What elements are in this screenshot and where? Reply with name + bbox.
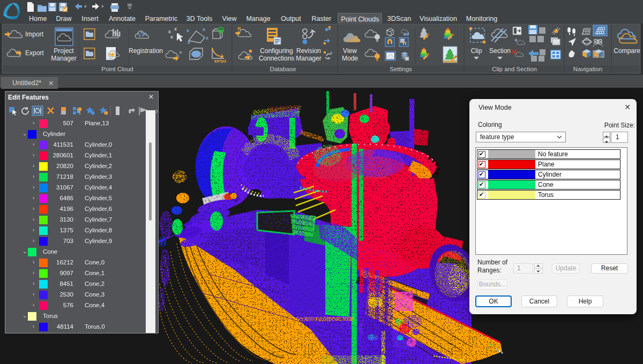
svg-text:Navigation: Navigation xyxy=(573,66,602,72)
svg-text:Database: Database xyxy=(270,66,296,72)
svg-text:Export: Export xyxy=(25,49,44,57)
svg-text:x: x xyxy=(203,27,205,32)
svg-text:x: x xyxy=(186,28,189,33)
svg-text:x: x xyxy=(180,50,182,55)
svg-text:Project: Project xyxy=(54,47,74,55)
svg-text:Mode: Mode xyxy=(342,55,358,62)
svg-text:View: View xyxy=(343,47,357,55)
svg-text:x: x xyxy=(174,26,177,32)
svg-text:x: x xyxy=(188,40,190,45)
svg-text:Section: Section xyxy=(489,47,511,55)
svg-text:Point Cloud: Point Cloud xyxy=(101,66,133,72)
svg-text:x: x xyxy=(142,33,145,37)
svg-text:Clip: Clip xyxy=(471,47,482,55)
svg-text:x: x xyxy=(170,34,173,40)
svg-text:Configuring: Configuring xyxy=(260,47,293,55)
svg-text:x: x xyxy=(206,35,208,41)
svg-text:EPSG: EPSG xyxy=(214,59,226,64)
svg-text:Compare: Compare xyxy=(614,47,640,55)
svg-text:x: x xyxy=(139,33,141,38)
svg-text:Import: Import xyxy=(25,31,44,38)
svg-text:x: x xyxy=(168,29,171,34)
svg-text:Connections: Connections xyxy=(259,55,295,62)
svg-text:Manager: Manager xyxy=(296,55,321,62)
svg-text:Clip and Section: Clip and Section xyxy=(492,66,537,72)
svg-text:Registration: Registration xyxy=(129,47,163,55)
svg-text:Revision: Revision xyxy=(296,47,321,55)
svg-text:Manager: Manager xyxy=(51,55,76,62)
svg-text:B: B xyxy=(238,28,240,31)
svg-text:Settings: Settings xyxy=(390,66,412,72)
